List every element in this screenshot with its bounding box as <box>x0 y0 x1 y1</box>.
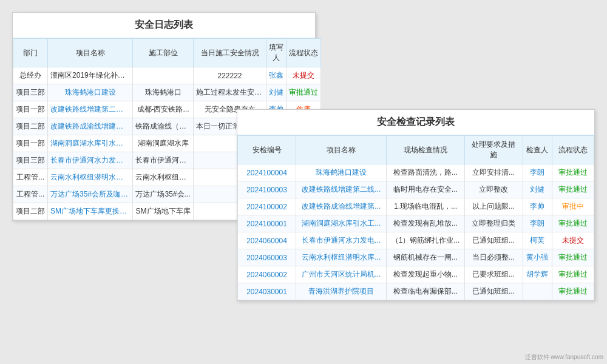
right-cell-0[interactable]: 2024100001 <box>238 215 296 232</box>
right-cell-4[interactable]: 胡学辉 <box>523 266 552 283</box>
right-cell-3: 已通知班组... <box>464 283 523 300</box>
left-cell-0: 项目二部 <box>13 203 48 220</box>
right-table: 安检编号 项目名称 现场检查情况 处理要求及措施 检查人 流程状态 202410… <box>237 135 594 300</box>
left-cell-1[interactable]: 万达广场35#会所及咖啡... <box>48 186 133 203</box>
left-cell-1[interactable]: 湖南洞庭湖水库引水工程... <box>48 135 133 152</box>
right-cell-2: 检查临电有漏保部... <box>387 283 464 300</box>
left-col-dept: 部门 <box>13 39 48 67</box>
left-cell-2: 湖南洞庭湖水库 <box>133 135 194 152</box>
right-cell-1[interactable]: 长春市伊通河水力发电... <box>296 232 387 249</box>
right-cell-1[interactable]: 青海洪湖养护院项目 <box>296 283 387 300</box>
right-cell-0[interactable]: 2024060003 <box>238 249 296 266</box>
right-cell-4[interactable]: 李朗 <box>523 164 552 181</box>
left-col-location: 施工部位 <box>133 39 194 67</box>
right-cell-4[interactable]: 李帅 <box>523 198 552 215</box>
right-table-header-row: 安检编号 项目名称 现场检查情况 处理要求及措施 检查人 流程状态 <box>238 136 594 164</box>
right-cell-2: （1）钢筋绑扎作业... <box>387 232 464 249</box>
left-cell-1[interactable]: SM广场地下车库更换摄... <box>48 203 133 220</box>
left-cell-4[interactable]: 刘健 <box>266 84 287 101</box>
right-cell-1[interactable]: 改建铁路线增建第二线... <box>296 181 387 198</box>
left-cell-2 <box>133 67 194 84</box>
left-table-header-row: 部门 项目名称 施工部位 当日施工安全情况 填写人 流程状态 <box>13 39 321 67</box>
right-cell-4[interactable]: 柯芙 <box>523 232 552 249</box>
left-cell-1: 潼南区2019年绿化补贴项... <box>48 67 133 84</box>
right-cell-0[interactable]: 2024060002 <box>238 266 296 283</box>
left-cell-3: 222222 <box>194 67 266 84</box>
right-cell-2: 检查发现有乱堆放... <box>387 215 464 232</box>
right-cell-3: 已通知班组... <box>464 232 523 249</box>
left-cell-1[interactable]: 改建铁路线增建第二线直... <box>48 101 133 118</box>
right-cell-5: 审批中 <box>552 198 594 215</box>
left-cell-1[interactable]: 云南水利枢纽潜明水库一... <box>48 169 133 186</box>
left-col-writer: 填写人 <box>266 39 287 67</box>
right-cell-4[interactable]: 刘健 <box>523 181 552 198</box>
right-cell-5: 审批通过 <box>552 283 594 300</box>
left-cell-5: 审批通过 <box>287 84 321 101</box>
right-table-row: 2024100001湖南洞庭湖水库引水工...检查发现有乱堆放...立即整理归类… <box>238 215 594 232</box>
right-cell-2: 1.现场临电混乱，... <box>387 198 464 215</box>
right-cell-2: 临时用电存在安全... <box>387 181 464 198</box>
right-cell-4[interactable]: 黄小强 <box>523 249 552 266</box>
right-col-status: 流程状态 <box>552 136 594 164</box>
right-col-situation: 现场检查情况 <box>387 136 464 164</box>
right-cell-0[interactable]: 2024100004 <box>238 164 296 181</box>
right-cell-1[interactable]: 珠海鹤港口建设 <box>296 164 387 181</box>
watermark: 泛普软件 www.fanpusoft.com <box>525 353 603 362</box>
left-col-project: 项目名称 <box>48 39 133 67</box>
right-cell-4 <box>523 283 552 300</box>
left-cell-2: 万达广场35#会... <box>133 186 194 203</box>
right-cell-5: 审批通过 <box>552 181 594 198</box>
right-table-row: 2024100004珠海鹤港口建设检查路面清洗，路...立即安排清...李朗审批… <box>238 164 594 181</box>
right-cell-0[interactable]: 2024060004 <box>238 232 296 249</box>
left-cell-4[interactable]: 张鑫 <box>266 67 287 84</box>
left-cell-2: 云南水利枢纽潜... <box>133 169 194 186</box>
right-cell-1[interactable]: 广州市天河区统计局机... <box>296 266 387 283</box>
right-cell-5: 审批通过 <box>552 266 594 283</box>
right-cell-5: 未提交 <box>552 232 594 249</box>
right-cell-5: 审批通过 <box>552 164 594 181</box>
right-cell-1[interactable]: 改建铁路成渝线增建第... <box>296 198 387 215</box>
left-cell-1[interactable]: 长春市伊通河水力发电厂... <box>48 152 133 169</box>
right-col-id: 安检编号 <box>238 136 296 164</box>
right-cell-3: 以上问题限... <box>464 198 523 215</box>
right-cell-2: 检查路面清洗，路... <box>387 164 464 181</box>
right-cell-3: 立即整理归类 <box>464 215 523 232</box>
left-cell-1[interactable]: 珠海鹤港口建设 <box>48 84 133 101</box>
right-cell-3: 立即整改 <box>464 181 523 198</box>
left-cell-0: 项目三部 <box>13 152 48 169</box>
right-cell-0[interactable]: 2024100003 <box>238 181 296 198</box>
right-cell-0[interactable]: 2024100002 <box>238 198 296 215</box>
left-table-row: 总经办潼南区2019年绿化补贴项...222222张鑫未提交 <box>13 67 321 84</box>
left-panel-title: 安全日志列表 <box>13 13 315 38</box>
right-cell-0[interactable]: 2024030001 <box>238 283 296 300</box>
left-cell-0: 工程管... <box>13 186 48 203</box>
left-cell-2: SM广场地下车库 <box>133 203 194 220</box>
right-cell-3: 当日必须整... <box>464 249 523 266</box>
right-panel: 安全检查记录列表 安检编号 项目名称 现场检查情况 处理要求及措施 检查人 流程… <box>237 109 595 301</box>
right-cell-5: 审批通过 <box>552 249 594 266</box>
left-cell-0: 项目一部 <box>13 135 48 152</box>
left-col-status: 流程状态 <box>287 39 321 67</box>
left-table-row: 项目三部珠海鹤港口建设珠海鹤港口施工过程未发生安全事故...刘健审批通过 <box>13 84 321 101</box>
right-table-row: 2024060003云南水利枢纽潜明水库...钢筋机械存在一闸...当日必须整.… <box>238 249 594 266</box>
left-cell-2: 长春市伊通河水... <box>133 152 194 169</box>
right-table-row: 2024030001青海洪湖养护院项目检查临电有漏保部...已通知班组...审批… <box>238 283 594 300</box>
left-cell-2: 成都-西安铁路... <box>133 101 194 118</box>
left-cell-0: 工程管... <box>13 169 48 186</box>
right-col-inspector: 检查人 <box>523 136 552 164</box>
left-cell-5: 未提交 <box>287 67 321 84</box>
left-cell-3: 施工过程未发生安全事故... <box>194 84 266 101</box>
right-table-row: 2024060004长春市伊通河水力发电...（1）钢筋绑扎作业...已通知班组… <box>238 232 594 249</box>
left-cell-0: 总经办 <box>13 67 48 84</box>
right-table-row: 2024100002改建铁路成渝线增建第...1.现场临电混乱，...以上问题限… <box>238 198 594 215</box>
right-cell-4[interactable]: 李朗 <box>523 215 552 232</box>
left-cell-2: 珠海鹤港口 <box>133 84 194 101</box>
right-cell-3: 立即安排清... <box>464 164 523 181</box>
right-cell-5: 审批通过 <box>552 215 594 232</box>
left-cell-1[interactable]: 改建铁路成渝线增建第二... <box>48 118 133 135</box>
left-cell-2: 铁路成渝线（成... <box>133 118 194 135</box>
right-col-measure: 处理要求及措施 <box>464 136 523 164</box>
right-cell-1[interactable]: 湖南洞庭湖水库引水工... <box>296 215 387 232</box>
right-cell-1[interactable]: 云南水利枢纽潜明水库... <box>296 249 387 266</box>
left-col-situation: 当日施工安全情况 <box>194 39 266 67</box>
